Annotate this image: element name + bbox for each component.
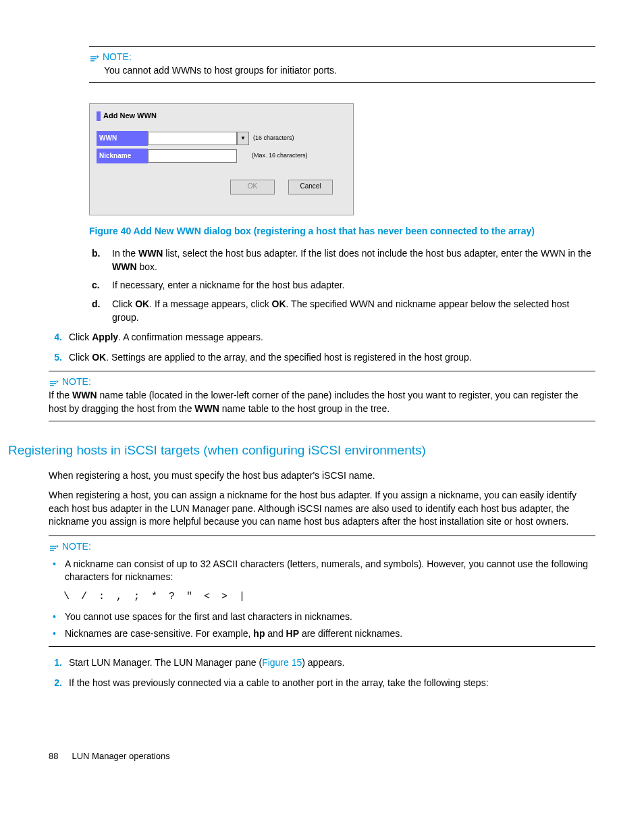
- forbidden-chars: \ / : , ; * ? " < > |: [63, 590, 595, 604]
- step-list: 4. Click Apply. A confirmation message a…: [49, 331, 595, 364]
- note-header: NOTE:: [89, 51, 595, 64]
- substep-c: c. If necessary, enter a nickname for th…: [92, 279, 595, 292]
- note-icon: [49, 543, 59, 551]
- wwn-suffix: (16 characters): [249, 134, 294, 142]
- note-header: NOTE:: [49, 540, 595, 554]
- list-item: •Nicknames are case-sensitive. For examp…: [53, 627, 595, 641]
- substep-b: b. In the WWN list, select the host bus …: [92, 247, 595, 273]
- cancel-button[interactable]: Cancel: [288, 180, 333, 194]
- step-list-2: 1. Start LUN Manager. The LUN Manager pa…: [49, 656, 595, 689]
- figure-link[interactable]: Figure 15: [262, 657, 302, 668]
- note-block-1: NOTE: You cannot add WWNs to host groups…: [89, 46, 595, 83]
- figure-caption: Figure 40 Add New WWN dialog box (regist…: [89, 225, 562, 238]
- page-footer: 88 LUN Manager operations: [49, 750, 595, 762]
- note-block-2: NOTE: If the WWN name table (located in …: [49, 371, 595, 421]
- substep-list: b. In the WWN list, select the host bus …: [92, 247, 595, 324]
- dialog-title: Add New WWN: [97, 111, 346, 130]
- note-icon: [49, 378, 59, 386]
- nickname-label: Nickname: [97, 149, 148, 163]
- figure-dialog: Add New WWN WWN ▼ (16 characters) Nickna…: [89, 103, 595, 215]
- note3-list-2: •You cannot use spaces for the first and…: [53, 610, 595, 641]
- note-label: NOTE:: [62, 540, 91, 554]
- note-body: If the WWN name table (located in the lo…: [49, 389, 595, 415]
- wwn-label: WWN: [97, 131, 148, 146]
- note-header: NOTE:: [49, 375, 595, 389]
- add-new-wwn-dialog: Add New WWN WWN ▼ (16 characters) Nickna…: [89, 103, 354, 215]
- step-1: 1. Start LUN Manager. The LUN Manager pa…: [49, 656, 595, 670]
- list-item: •A nickname can consist of up to 32 ASCI…: [53, 558, 595, 584]
- list-item: •You cannot use spaces for the first and…: [53, 610, 595, 624]
- wwn-row: WWN ▼ (16 characters): [97, 131, 346, 146]
- note3-list: •A nickname can consist of up to 32 ASCI…: [53, 558, 595, 584]
- footer-label: LUN Manager operations: [72, 750, 169, 762]
- note-body: You cannot add WWNs to host groups for i…: [104, 64, 595, 78]
- step-2: 2. If the host was previously connected …: [49, 677, 595, 690]
- note-icon: [89, 53, 100, 61]
- section-heading: Registering hosts in iSCSI targets (when…: [8, 442, 595, 460]
- ok-button[interactable]: OK: [230, 180, 275, 194]
- para-1: When registering a host, you must specif…: [49, 469, 595, 483]
- step-4: 4. Click Apply. A confirmation message a…: [49, 331, 595, 344]
- nickname-suffix: (Max. 16 characters): [237, 151, 308, 160]
- page-number: 88: [49, 750, 58, 762]
- nickname-row: Nickname (Max. 16 characters): [97, 149, 346, 163]
- wwn-dropdown-icon[interactable]: ▼: [237, 132, 249, 145]
- note-label: NOTE:: [62, 375, 91, 389]
- substep-d: d. Click OK. If a message appears, click…: [92, 298, 595, 324]
- note-block-3: NOTE: •A nickname can consist of up to 3…: [49, 536, 595, 647]
- step-5: 5. Click OK. Settings are applied to the…: [49, 351, 595, 365]
- nickname-input[interactable]: [148, 149, 237, 163]
- note-label: NOTE:: [103, 51, 132, 64]
- wwn-input[interactable]: [148, 132, 237, 145]
- para-2: When registering a host, you can assign …: [49, 489, 595, 529]
